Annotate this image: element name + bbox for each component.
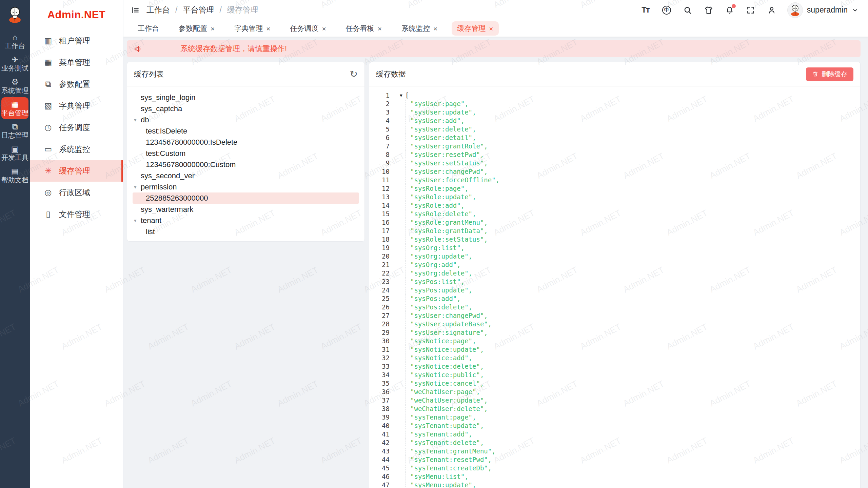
close-icon[interactable]: × <box>266 25 270 32</box>
trash-icon <box>812 71 818 77</box>
line-number: 26 <box>369 303 390 311</box>
code-line: 42 "sysTenant:delete", <box>369 439 860 447</box>
line-number: 23 <box>369 278 390 286</box>
line-number: 41 <box>369 430 390 439</box>
code-line: 43 "sysTenant:grantMenu", <box>369 447 860 455</box>
code-line: 4 "sysUser:add", <box>369 117 860 125</box>
code-text: "sysUser:setStatus", <box>406 159 488 167</box>
code-text: "sysRole:setStatus", <box>406 235 488 244</box>
code-text: "sysTenant:grantMenu", <box>406 447 496 455</box>
close-icon[interactable]: × <box>211 25 215 32</box>
delete-cache-button[interactable]: 删除缓存 <box>806 67 853 81</box>
fullscreen-icon[interactable] <box>745 5 756 16</box>
code-text: "sysPos:delete", <box>406 303 472 311</box>
sidebar-item-menu-mgmt[interactable]: ▦ 菜单管理 <box>30 52 123 73</box>
close-icon[interactable]: × <box>433 25 437 32</box>
sidebar-item-file-mgmt[interactable]: ▯ 文件管理 <box>30 203 123 225</box>
code-text: "sysUser:page", <box>406 100 469 108</box>
tab-task-board[interactable]: 任务看板 × <box>340 21 387 36</box>
profile-person-icon[interactable] <box>766 5 777 16</box>
code-line: 13 "sysRole:update", <box>369 193 860 201</box>
tree-node[interactable]: 123456780000000:Custom <box>133 159 359 170</box>
tree-node[interactable]: ▾ tenant <box>133 215 359 226</box>
sidebar-item-param-config[interactable]: ⧉ 参数配置 <box>30 73 123 95</box>
tree-node-label: tenant <box>141 216 161 225</box>
config-docs-icon: ⧉ <box>43 80 53 88</box>
rail-item-platform-mgmt[interactable]: ▦ 平台管理 <box>1 97 28 119</box>
line-number: 34 <box>369 371 390 379</box>
close-icon[interactable]: × <box>489 25 493 32</box>
notification-bell-icon[interactable] <box>724 5 735 16</box>
code-line: 7 "sysUser:grantRole", <box>369 142 860 150</box>
user-menu[interactable]: superadmin <box>787 2 859 18</box>
rail-item-biz-test[interactable]: ✈ 业务测试 <box>1 53 28 74</box>
code-line: 22 "sysOrg:delete", <box>369 269 860 278</box>
tree-node[interactable]: sys_second_ver <box>133 170 359 181</box>
collapse-icon[interactable]: ▼ <box>400 93 405 98</box>
caret-down-icon[interactable]: ▾ <box>134 218 137 224</box>
code-line: 40 "sysTenant:update", <box>369 422 860 430</box>
tree-node[interactable]: ▾ permission <box>133 181 359 192</box>
refresh-icon[interactable]: ↻ <box>350 69 358 79</box>
rail-item-dev-tools[interactable]: ▣ 开发工具 <box>1 142 28 164</box>
tree-node[interactable]: 123456780000000:IsDelete <box>133 137 359 148</box>
tab-workbench[interactable]: 工作台 <box>132 21 164 36</box>
language-icon[interactable]: 中 <box>661 5 672 16</box>
font-size-icon[interactable]: Tт <box>640 5 651 16</box>
tab-sys-monitor[interactable]: 系统监控 × <box>396 21 443 36</box>
caret-down-icon[interactable]: ▾ <box>134 184 137 190</box>
close-icon[interactable]: × <box>322 25 326 32</box>
tree-node[interactable]: list <box>133 226 359 237</box>
tab-dict-mgmt[interactable]: 字典管理 × <box>229 21 276 36</box>
code-text: "sysOrg:update", <box>406 252 472 261</box>
rail-item-sys-mgmt[interactable]: ⚙ 系统管理 <box>1 75 28 97</box>
code-text: "sysUser:signature", <box>406 328 488 337</box>
rail-item-log-mgmt[interactable]: ⧉ 日志管理 <box>1 120 28 141</box>
sidebar-item-tenant-mgmt[interactable]: ▥ 租户管理 <box>30 30 123 52</box>
code-line: 28 "sysUser:updateBase", <box>369 320 860 328</box>
sidebar-item-admin-region[interactable]: ◎ 行政区域 <box>30 182 123 203</box>
tree-node[interactable]: test:Custom <box>133 148 359 159</box>
sidebar-item-cache-mgmt[interactable]: ✳ 缓存管理 <box>30 160 123 182</box>
code-line: 5 "sysUser:delete", <box>369 125 860 134</box>
caret-down-icon[interactable]: ▾ <box>134 117 137 123</box>
cache-tree: sys_single_login sys_captcha ▾ db <box>127 86 364 237</box>
menu-fold-icon[interactable] <box>130 4 141 16</box>
search-icon[interactable] <box>682 5 693 16</box>
tree-node[interactable]: sys_wartermark <box>133 204 359 215</box>
dictionary-icon: ▧ <box>43 102 53 110</box>
tab-param-config[interactable]: 参数配置 × <box>173 21 220 36</box>
top-header: 工作台 / 平台管理 / 缓存管理 Tт 中 <box>123 0 868 20</box>
line-number: 21 <box>369 261 390 269</box>
tree-node-label: test:Custom <box>146 149 185 158</box>
rail-item-workbench[interactable]: ⌂ 工作台 <box>1 30 28 52</box>
tree-node[interactable]: test:IsDelete <box>133 125 359 137</box>
monitor-icon: ▭ <box>43 145 53 153</box>
breadcrumb-separator: / <box>219 5 221 15</box>
tree-node[interactable]: sys_single_login <box>133 92 359 103</box>
tree-node[interactable]: sys_captcha <box>133 103 359 114</box>
line-number: 36 <box>369 388 390 396</box>
sidebar-item-sys-monitor[interactable]: ▭ 系统监控 <box>30 138 123 160</box>
line-number: 1 <box>369 91 390 100</box>
app-logo[interactable] <box>6 0 24 30</box>
tab-task-schedule[interactable]: 任务调度 × <box>285 21 332 36</box>
breadcrumb: 工作台 / 平台管理 / 缓存管理 <box>146 5 258 15</box>
breadcrumb-workbench[interactable]: 工作台 <box>146 5 170 15</box>
copy-docs-icon: ⧉ <box>12 123 18 131</box>
line-number: 32 <box>369 354 390 362</box>
sidebar-item-dict-mgmt[interactable]: ▧ 字典管理 <box>30 95 123 117</box>
theme-shirt-icon[interactable] <box>703 5 714 16</box>
rail-item-help-docs[interactable]: ▤ 帮助文档 <box>1 164 28 186</box>
code-line: 9 "sysUser:setStatus", <box>369 159 860 167</box>
tab-cache-mgmt[interactable]: 缓存管理 × <box>452 21 498 36</box>
close-icon[interactable]: × <box>378 25 382 32</box>
line-number: 45 <box>369 464 390 472</box>
code-line: 27 "sysUser:changePwd", <box>369 311 860 320</box>
code-text: "sysUser:delete", <box>406 125 476 134</box>
code-text: "weChatUser:delete", <box>406 405 488 413</box>
tree-node[interactable]: ▾ db <box>133 114 359 125</box>
tree-node[interactable]: 252885263000000 <box>133 192 359 204</box>
breadcrumb-platform-mgmt[interactable]: 平台管理 <box>183 5 214 15</box>
sidebar-item-task-schedule[interactable]: ◷ 任务调度 <box>30 117 123 138</box>
